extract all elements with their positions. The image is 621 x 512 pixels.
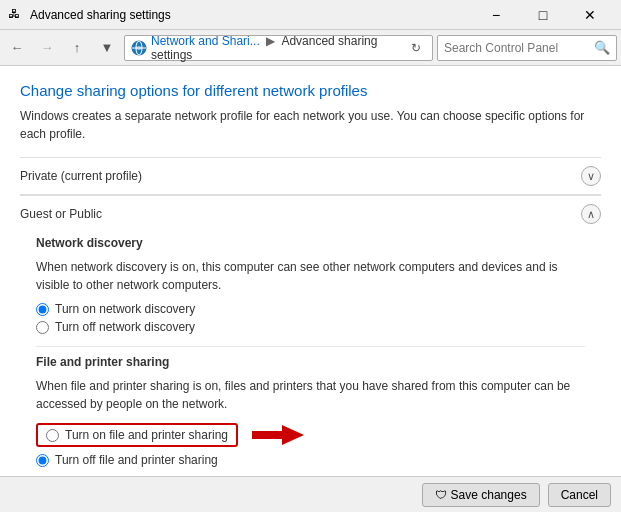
guest-public-collapse-icon[interactable]: ∧ <box>581 204 601 224</box>
nd-on-label: Turn on network discovery <box>55 302 195 316</box>
save-label: Save changes <box>451 488 527 502</box>
fps-on-row: Turn on file and printer sharing <box>36 421 585 449</box>
page-description: Windows creates a separate network profi… <box>20 107 601 143</box>
fps-on-highlight: Turn on file and printer sharing <box>36 423 238 447</box>
title-bar: 🖧 Advanced sharing settings − □ ✕ <box>0 0 621 30</box>
cancel-button[interactable]: Cancel <box>548 483 611 507</box>
main-content: Change sharing options for different net… <box>0 66 621 476</box>
red-arrow-container <box>244 421 304 449</box>
recent-button[interactable]: ▼ <box>94 35 120 61</box>
nd-off-option[interactable]: Turn off network discovery <box>36 320 585 334</box>
file-printer-sharing-title: File and printer sharing <box>36 355 585 369</box>
breadcrumb-sep1: ▶ <box>266 34 278 48</box>
fps-off-option[interactable]: Turn off file and printer sharing <box>36 453 585 467</box>
breadcrumb: Network and Shari... ▶ Advanced sharing … <box>151 34 406 62</box>
breadcrumb-part1[interactable]: Network and Shari... <box>151 34 260 48</box>
toolbar: ← → ↑ ▼ Network and Shari... ▶ Advanced … <box>0 30 621 66</box>
fps-off-label: Turn off file and printer sharing <box>55 453 218 467</box>
window-icon: 🖧 <box>8 7 24 23</box>
nd-off-radio[interactable] <box>36 321 49 334</box>
guest-public-section: Guest or Public ∧ Network discovery When… <box>20 195 601 476</box>
private-section: Private (current profile) ∨ <box>20 157 601 195</box>
window-title: Advanced sharing settings <box>30 8 473 22</box>
guest-public-section-header[interactable]: Guest or Public ∧ <box>20 195 601 232</box>
file-printer-sharing-options: Turn on file and printer sharing Turn of… <box>36 421 585 467</box>
window-controls: − □ ✕ <box>473 0 613 30</box>
search-input[interactable] <box>444 41 594 55</box>
private-collapse-icon[interactable]: ∨ <box>581 166 601 186</box>
page-title: Change sharing options for different net… <box>20 82 601 99</box>
forward-button[interactable]: → <box>34 35 60 61</box>
subsection-divider <box>36 346 585 347</box>
save-button[interactable]: 🛡 Save changes <box>422 483 540 507</box>
back-button[interactable]: ← <box>4 35 30 61</box>
guest-public-section-body: Network discovery When network discovery… <box>20 232 601 476</box>
private-section-header[interactable]: Private (current profile) ∨ <box>20 157 601 194</box>
fps-on-label: Turn on file and printer sharing <box>65 428 228 442</box>
search-box[interactable]: 🔍 <box>437 35 617 61</box>
fps-on-option[interactable]: Turn on file and printer sharing <box>36 423 238 447</box>
nd-on-radio[interactable] <box>36 303 49 316</box>
svg-marker-3 <box>252 425 304 445</box>
close-button[interactable]: ✕ <box>567 0 613 30</box>
guest-public-section-label: Guest or Public <box>20 207 102 221</box>
fps-off-radio[interactable] <box>36 454 49 467</box>
refresh-button[interactable]: ↻ <box>406 38 426 58</box>
network-folder-icon <box>131 40 147 56</box>
nd-off-label: Turn off network discovery <box>55 320 195 334</box>
save-icon: 🛡 <box>435 488 447 502</box>
address-bar[interactable]: Network and Shari... ▶ Advanced sharing … <box>124 35 433 61</box>
network-discovery-title: Network discovery <box>36 236 585 250</box>
private-section-label: Private (current profile) <box>20 169 142 183</box>
fps-on-radio[interactable] <box>46 429 59 442</box>
nd-on-option[interactable]: Turn on network discovery <box>36 302 585 316</box>
file-printer-sharing-desc: When file and printer sharing is on, fil… <box>36 377 585 413</box>
search-icon[interactable]: 🔍 <box>594 40 610 55</box>
network-discovery-options: Turn on network discovery Turn off netwo… <box>36 302 585 334</box>
up-button[interactable]: ↑ <box>64 35 90 61</box>
status-bar: 🛡 Save changes Cancel <box>0 476 621 512</box>
network-discovery-desc: When network discovery is on, this compu… <box>36 258 585 294</box>
minimize-button[interactable]: − <box>473 0 519 30</box>
red-arrow-icon <box>244 421 304 449</box>
maximize-button[interactable]: □ <box>520 0 566 30</box>
